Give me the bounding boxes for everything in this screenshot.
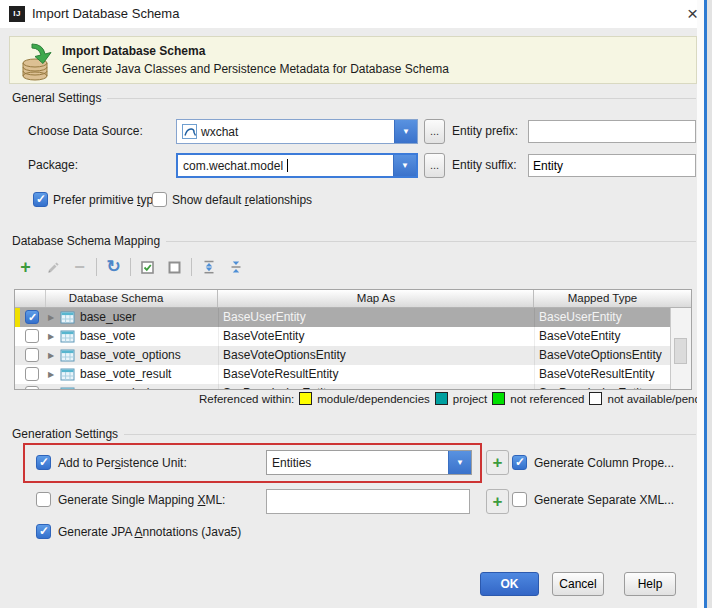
- collapse-all-button[interactable]: [222, 255, 249, 279]
- map-as-value: SysPermissionEntity: [223, 384, 332, 390]
- table-icon: [60, 310, 75, 325]
- legend-swatch-not-referenced: [492, 392, 505, 405]
- generate-separate-xml-checkbox[interactable]: [512, 492, 527, 507]
- persistence-unit-combobox[interactable]: Entities ▼: [266, 450, 472, 475]
- prefer-primitive-types-label: Prefer primitive types: [53, 192, 166, 208]
- data-source-browse-button[interactable]: ...: [424, 119, 445, 144]
- scrollbar-thumb[interactable]: [674, 338, 687, 364]
- select-all-icon: [139, 259, 156, 276]
- edit-button[interactable]: [39, 255, 66, 279]
- new-mapping-xml-button[interactable]: +: [486, 489, 509, 514]
- mapped-type-value: BaseVoteOptionsEntity: [539, 346, 662, 365]
- row-checkbox[interactable]: [25, 310, 39, 324]
- row-checkbox[interactable]: [25, 367, 39, 381]
- legend-swatch-project: [435, 392, 448, 405]
- generate-column-properties-checkbox[interactable]: [512, 455, 527, 470]
- mysql-datasource-icon: [182, 124, 197, 139]
- remove-icon: −: [74, 259, 85, 275]
- schema-name: sys_permission: [80, 384, 163, 390]
- table-row[interactable]: ▶ base_vote_options BaseVoteOptionsEntit…: [15, 346, 670, 365]
- data-source-value: wxchat: [201, 125, 238, 139]
- generate-single-mapping-xml-checkbox[interactable]: [36, 492, 51, 507]
- database-schema-mapping-title: Database Schema Mapping: [12, 234, 160, 248]
- add-button[interactable]: +: [12, 255, 39, 279]
- table-scrollbar[interactable]: [670, 308, 691, 390]
- package-label: Package:: [28, 153, 78, 178]
- generate-single-mapping-xml-label: Generate Single Mapping XML:: [58, 492, 225, 508]
- database-schema-mapping-section: Database Schema Mapping: [12, 234, 696, 248]
- map-as-value: BaseVoteResultEntity: [223, 365, 338, 384]
- add-icon: +: [20, 258, 31, 276]
- unselect-all-button[interactable]: [161, 255, 188, 279]
- generation-settings-title: Generation Settings: [12, 427, 118, 441]
- table-row[interactable]: ▶ base_vote_result BaseVoteResultEntity …: [15, 365, 670, 384]
- column-header-database-schema[interactable]: Database Schema: [15, 290, 218, 307]
- row-checkbox[interactable]: [25, 386, 39, 390]
- legend-swatch-not-available: [589, 392, 602, 405]
- expander-icon[interactable]: ▶: [48, 365, 54, 384]
- entity-suffix-input[interactable]: [528, 154, 696, 177]
- data-source-combobox[interactable]: wxchat ▼: [176, 119, 418, 144]
- new-persistence-unit-button[interactable]: +: [486, 450, 509, 475]
- schema-mapping-table[interactable]: Database Schema Map As Mapped Type ▶ bas…: [14, 289, 692, 390]
- row-checkbox[interactable]: [25, 348, 39, 362]
- remove-button[interactable]: −: [66, 255, 93, 279]
- legend-swatch-module: [299, 392, 312, 405]
- schema-name: base_vote_options: [80, 346, 181, 365]
- window-edge: [697, 0, 704, 608]
- expand-all-button[interactable]: [195, 255, 222, 279]
- expander-icon[interactable]: ▶: [48, 384, 54, 390]
- generate-column-properties-label: Generate Column Prope...: [534, 455, 674, 471]
- column-header-map-as[interactable]: Map As: [219, 290, 534, 307]
- add-to-persistence-unit-checkbox[interactable]: [36, 455, 51, 470]
- legend-item-label: not referenced: [510, 393, 584, 405]
- chevron-down-icon[interactable]: ▼: [394, 120, 417, 143]
- map-as-value: BaseVoteEntity: [223, 327, 304, 346]
- mapped-type-value: BaseVoteResultEntity: [539, 365, 654, 384]
- cancel-button[interactable]: Cancel: [552, 572, 604, 596]
- banner-subtitle: Generate Java Classes and Persistence Me…: [62, 62, 449, 76]
- generate-jpa-annotations-checkbox[interactable]: [36, 524, 51, 539]
- entity-suffix-label: Entity suffix:: [452, 153, 516, 178]
- refresh-button[interactable]: ↻: [100, 255, 127, 279]
- prefer-primitive-types-checkbox[interactable]: [33, 192, 48, 207]
- table-icon: [60, 367, 75, 382]
- chevron-down-icon[interactable]: ▼: [448, 451, 471, 474]
- map-as-value: BaseUserEntity: [223, 308, 306, 327]
- reference-marker: [15, 346, 20, 365]
- table-header: Database Schema Map As Mapped Type: [15, 290, 691, 308]
- single-mapping-xml-input[interactable]: [266, 489, 470, 514]
- table-icon: [60, 329, 75, 344]
- legend-label: Referenced within:: [199, 393, 294, 405]
- schema-name: base_vote_result: [80, 365, 171, 384]
- table-icon: [60, 348, 75, 363]
- expand-all-icon: [202, 260, 216, 274]
- entity-prefix-input[interactable]: [528, 120, 696, 143]
- expander-icon[interactable]: ▶: [48, 327, 54, 346]
- select-all-button[interactable]: [134, 255, 161, 279]
- expander-icon[interactable]: ▶: [48, 346, 54, 365]
- reference-marker: [15, 327, 20, 346]
- row-checkbox[interactable]: [25, 329, 39, 343]
- help-button[interactable]: Help: [624, 572, 676, 596]
- show-default-relationships-checkbox[interactable]: [152, 192, 167, 207]
- mapping-toolbar: + − ↻: [12, 254, 249, 280]
- reference-marker: [15, 308, 20, 327]
- expander-icon[interactable]: ▶: [48, 308, 54, 327]
- chevron-down-icon[interactable]: ▼: [393, 155, 416, 176]
- window-edge: [707, 0, 712, 608]
- table-row[interactable]: ▶ base_user BaseUserEntity BaseUserEntit…: [15, 308, 670, 327]
- column-header-mapped-type[interactable]: Mapped Type: [535, 290, 670, 307]
- header-banner: Import Database Schema Generate Java Cla…: [9, 36, 697, 84]
- table-row[interactable]: ▶ sys_permission SysPermissionEntity Sys…: [15, 384, 670, 390]
- package-combobox[interactable]: com.wechat.model ▼: [176, 153, 418, 178]
- mapped-type-value: BaseUserEntity: [539, 308, 622, 327]
- generate-separate-xml-label: Generate Separate XML...: [534, 492, 674, 508]
- title-bar: IJ Import Database Schema ×: [0, 0, 712, 28]
- intellij-logo-icon: IJ: [9, 6, 25, 22]
- schema-name: base_user: [80, 308, 136, 327]
- window-title: Import Database Schema: [32, 0, 179, 28]
- package-browse-button[interactable]: ...: [424, 153, 445, 178]
- ok-button[interactable]: OK: [480, 572, 539, 596]
- table-row[interactable]: ▶ base_vote BaseVoteEntity BaseVoteEntit…: [15, 327, 670, 346]
